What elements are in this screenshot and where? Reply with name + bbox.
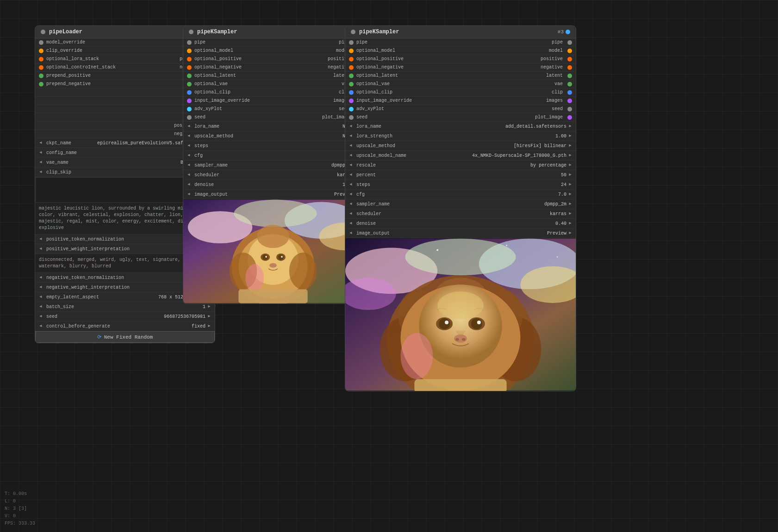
n2-widget-scheduler[interactable]: ◄ scheduler karras ►	[183, 170, 363, 180]
svg-point-13	[262, 254, 268, 260]
n3-row-pipe: pipe pipe	[345, 38, 576, 47]
svg-point-50	[476, 340, 477, 341]
svg-point-47	[444, 340, 445, 341]
n3-widget-lora-strength[interactable]: ◄ lora_strength 1.00 ►	[345, 131, 576, 141]
status-l: L: 0	[5, 498, 35, 505]
n2-widget-cfg[interactable]: ◄ cfg 7.0 ►	[183, 151, 363, 161]
svg-point-28	[557, 256, 558, 258]
n2-widget-lora[interactable]: ◄ lora_name None ►	[183, 122, 363, 131]
n3-widget-scheduler[interactable]: ◄ scheduler karras ►	[345, 209, 576, 219]
n3-dot-seed-in	[349, 115, 354, 120]
n2-dot-opt-neg	[187, 65, 192, 70]
n3-widget-upscale-model[interactable]: ◄ upscale_model_name 4x_NMKD-Superscale-…	[345, 151, 576, 161]
control-arrow-left[interactable]: ◄	[37, 322, 44, 330]
n3-dot-opt-model	[349, 49, 354, 53]
dot-clip-override	[39, 49, 44, 53]
svg-point-48	[446, 342, 448, 343]
batch-arrow-left[interactable]: ◄	[37, 303, 44, 310]
clip-skip-arrow-left[interactable]: ◄	[37, 168, 44, 176]
ckpt-arrow-left[interactable]: ◄	[37, 139, 44, 147]
n3-row-seed: seed plot_image	[345, 113, 576, 122]
n3-widget-denoise[interactable]: ◄ denoise 0.40 ►	[345, 219, 576, 229]
generate-button[interactable]: ⟳ New Fixed Random	[35, 331, 215, 343]
n2-widget-steps[interactable]: ◄ steps 24 ►	[183, 141, 363, 151]
widget-control-before[interactable]: ◄ control_before_generate fixed ►	[35, 322, 215, 331]
svg-rect-54	[414, 379, 506, 391]
n3-row-adv-xy: adv_xyPlot seed	[345, 105, 576, 113]
n3-widget-sampler[interactable]: ◄ sampler_name dpmpp_2m ►	[345, 199, 576, 209]
n3-row-img-override: input_image_override images	[345, 97, 576, 105]
n2-row-opt-pos: optional_positive positive	[183, 55, 363, 63]
batch-arrow-right[interactable]: ►	[205, 303, 213, 310]
svg-point-41	[471, 318, 482, 329]
n3-widget-image-output[interactable]: ◄ image_output Preview ►	[345, 229, 576, 238]
n2-widget-image-output[interactable]: ◄ image_output Preview ►	[183, 190, 363, 199]
svg-point-9	[289, 253, 317, 290]
widget-seed[interactable]: ◄ seed 966872536705981 ►	[35, 312, 215, 322]
node3-title: pipeKSampler	[359, 29, 399, 35]
n3-widget-lora[interactable]: ◄ lora_name add_detail.safetensors ►	[345, 122, 576, 131]
n3-dot-plot-out	[567, 115, 572, 120]
n2-dot-adv-xy	[187, 107, 192, 111]
n3-row-opt-clip: optional_clip clip	[345, 88, 576, 97]
status-n: N: 3 [3]	[5, 505, 35, 513]
svg-point-23	[405, 239, 516, 276]
node3-header: pipeKSampler #3	[345, 26, 576, 38]
n3-widget-percent[interactable]: ◄ percent 50 ►	[345, 170, 576, 180]
dot-lora-stack	[39, 57, 44, 62]
svg-point-17	[269, 263, 277, 268]
n2-dot-pipe-in	[187, 40, 192, 45]
pos-norm-arrow-left[interactable]: ◄	[37, 235, 44, 243]
n2-widget-upscale-method[interactable]: ◄ upscale_method None ►	[183, 131, 363, 141]
gen-btn-label: New Fixed Random	[104, 334, 153, 340]
latent-arrow-left[interactable]: ◄	[37, 293, 44, 301]
vae-arrow-left[interactable]: ◄	[37, 159, 44, 166]
node2-header-dot	[189, 30, 193, 34]
n3-row-opt-latent: optional_latent latent	[345, 72, 576, 80]
svg-point-53	[401, 333, 433, 379]
n3-dot-clip-out	[567, 90, 572, 95]
svg-point-10	[257, 225, 289, 248]
n3-widget-steps[interactable]: ◄ steps 24 ►	[345, 180, 576, 190]
n3-row-opt-vae: optional_vae vae	[345, 80, 576, 88]
n2-widget-denoise[interactable]: ◄ denoise 1.00 ►	[183, 180, 363, 190]
node3-image-preview	[345, 238, 576, 391]
n3-dot-pos-out	[567, 57, 572, 62]
n3-dot-vae-out	[567, 82, 572, 87]
status-fps: FPS: 333.33	[5, 520, 35, 527]
seed-arrow-left[interactable]: ◄	[37, 313, 44, 320]
n3-row-opt-pos: optional_positive positive	[345, 55, 576, 63]
svg-point-43	[477, 321, 481, 324]
dot-model-override	[39, 40, 44, 45]
control-arrow-right[interactable]: ►	[205, 322, 213, 330]
n3-dot-opt-pos	[349, 57, 354, 62]
node2-image-preview	[183, 199, 363, 303]
n2-row-img-override: input_image_override images	[183, 97, 363, 105]
pos-weight-arrow-left[interactable]: ◄	[37, 245, 44, 253]
n3-widget-upscale-method[interactable]: ◄ upscale_method [hiresFix] bilinear ►	[345, 141, 576, 151]
node2-header: pipeKSampler #2	[183, 26, 363, 38]
n3-dot-neg-out	[567, 65, 572, 70]
seed-arrow-right[interactable]: ►	[205, 313, 213, 320]
n3-dot-images-out	[567, 99, 572, 103]
neg-weight-arrow-left[interactable]: ◄	[37, 284, 44, 291]
n2-dot-opt-model	[187, 49, 192, 53]
svg-point-51	[473, 342, 475, 343]
n3-widget-cfg[interactable]: ◄ cfg 7.0 ►	[345, 190, 576, 199]
status-v: V: 0	[5, 513, 35, 520]
config-arrow-left[interactable]: ◄	[37, 149, 44, 156]
dot-prepend-pos	[39, 74, 44, 78]
n2-widget-sampler[interactable]: ◄ sampler_name dpmpp_2m ►	[183, 161, 363, 170]
n2-row-opt-model: optional_model model	[183, 47, 363, 55]
n2-dot-seed-in	[187, 115, 192, 120]
status-time: T: 0.00s	[5, 490, 35, 498]
neg-norm-arrow-left[interactable]: ◄	[37, 274, 44, 281]
node2-title: pipeKSampler	[197, 29, 237, 35]
n3-dot-opt-vae	[349, 82, 354, 87]
n3-widget-rescale[interactable]: ◄ rescale by percentage ►	[345, 161, 576, 170]
svg-point-42	[445, 321, 448, 324]
node1-header-dot	[41, 30, 45, 34]
svg-point-14	[278, 254, 284, 260]
n3-dot-pipe-in	[349, 40, 354, 45]
node-pipeKSampler-2: pipeKSampler #2 pipe pipe optional_model…	[183, 25, 363, 304]
